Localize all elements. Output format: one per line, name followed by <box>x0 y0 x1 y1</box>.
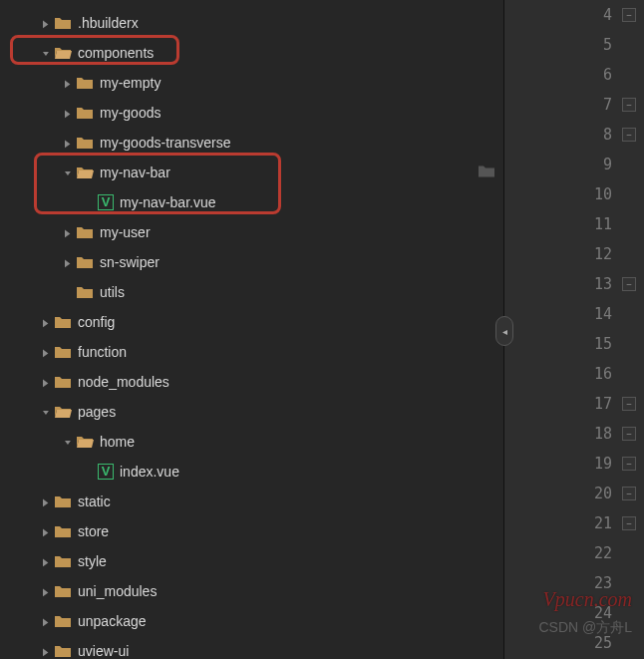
fold-spacer <box>622 217 636 231</box>
tree-item-label: my-nav-bar <box>100 165 170 180</box>
gutter-line[interactable]: 8− <box>504 120 644 150</box>
chevron-none <box>60 284 76 300</box>
tree-row[interactable]: ▶my-user <box>0 217 503 247</box>
fold-marker-icon[interactable]: − <box>622 397 636 411</box>
folder-open-icon <box>54 46 72 60</box>
gutter-line[interactable]: 22 <box>504 538 644 568</box>
gutter-line[interactable]: 14 <box>504 299 644 329</box>
panel-collapse-handle[interactable]: ◂ <box>495 316 513 346</box>
tree-item-label: node_modules <box>78 374 169 390</box>
fold-marker-icon[interactable]: − <box>622 128 636 142</box>
chevron-right-icon[interactable]: ▶ <box>40 523 51 539</box>
chevron-right-icon[interactable]: ▶ <box>40 643 51 659</box>
chevron-down-icon[interactable]: ▼ <box>60 436 76 447</box>
tree-row[interactable]: ▼components <box>0 38 503 68</box>
tree-row[interactable]: ▶config <box>0 307 503 337</box>
folder-icon <box>54 375 72 389</box>
tree-item-label: uni_modules <box>78 583 157 599</box>
chevron-down-icon[interactable]: ▼ <box>60 166 76 177</box>
chevron-none <box>82 194 98 210</box>
gutter-line[interactable]: 16 <box>504 359 644 389</box>
chevron-right-icon[interactable]: ▶ <box>40 583 51 599</box>
gutter-line[interactable]: 10 <box>504 179 644 209</box>
fold-marker-icon[interactable]: − <box>622 277 636 291</box>
chevron-none <box>82 464 98 480</box>
chevron-right-icon[interactable]: ▶ <box>62 254 73 270</box>
fold-marker-icon[interactable]: − <box>622 487 636 500</box>
gutter-line[interactable]: 7− <box>504 90 644 120</box>
gutter-line[interactable]: 11 <box>504 209 644 239</box>
tree-row[interactable]: ▶.hbuilderx <box>0 8 503 38</box>
tree-item-label: uview-ui <box>78 643 129 659</box>
chevron-right-icon[interactable]: ▶ <box>62 224 73 240</box>
folder-icon <box>54 644 72 658</box>
line-number: 9 <box>582 156 612 173</box>
file-tree-panel: ▶.hbuilderx▼components▶my-empty▶my-goods… <box>0 0 503 659</box>
folder-icon <box>54 494 72 508</box>
tree-item-label: my-goods <box>100 105 161 121</box>
fold-marker-icon[interactable]: − <box>622 516 636 530</box>
gutter-line[interactable]: 19− <box>504 449 644 479</box>
chevron-down-icon[interactable]: ▼ <box>38 406 54 417</box>
tree-row[interactable]: ▼pages <box>0 397 503 427</box>
chevron-right-icon[interactable]: ▶ <box>40 553 51 569</box>
gutter-line[interactable]: 4− <box>504 0 644 30</box>
folder-icon <box>76 255 94 269</box>
file-tree[interactable]: ▶.hbuilderx▼components▶my-empty▶my-goods… <box>0 0 503 659</box>
line-number: 13 <box>582 275 612 293</box>
gutter-line[interactable]: 9 <box>504 150 644 179</box>
chevron-right-icon[interactable]: ▶ <box>40 314 51 330</box>
chevron-right-icon[interactable]: ▶ <box>40 613 51 629</box>
fold-marker-icon[interactable]: − <box>622 8 636 22</box>
tree-row[interactable]: ▶function <box>0 337 503 367</box>
tree-row[interactable]: Vindex.vue <box>0 457 503 487</box>
gutter-line[interactable]: 5 <box>504 30 644 60</box>
tree-row[interactable]: ▶uview-ui <box>0 636 503 659</box>
gutter-line[interactable]: 12 <box>504 239 644 269</box>
tree-row[interactable]: ▶my-goods <box>0 98 503 128</box>
gutter-line[interactable]: 18− <box>504 419 644 449</box>
tree-row[interactable]: ▶unpackage <box>0 606 503 636</box>
chevron-right-icon[interactable]: ▶ <box>40 494 51 509</box>
chevron-right-icon[interactable]: ▶ <box>62 75 73 91</box>
tree-row[interactable]: ▶my-empty <box>0 68 503 98</box>
gutter-line[interactable]: 15 <box>504 329 644 359</box>
gutter-line[interactable]: 13− <box>504 269 644 299</box>
fold-spacer <box>622 546 636 560</box>
tree-row[interactable]: ▶style <box>0 546 503 576</box>
line-number: 22 <box>582 544 612 562</box>
fold-spacer <box>622 307 636 321</box>
fold-spacer <box>622 38 636 52</box>
chevron-right-icon[interactable]: ▶ <box>62 105 73 121</box>
fold-spacer <box>622 247 636 261</box>
tree-row[interactable]: ▶store <box>0 516 503 546</box>
tree-row[interactable]: ▶static <box>0 487 503 516</box>
vue-file-icon: V <box>98 194 114 210</box>
fold-marker-icon[interactable]: − <box>622 457 636 471</box>
tree-row[interactable]: utils <box>0 277 503 307</box>
tree-row[interactable]: ▶my-goods-transverse <box>0 128 503 158</box>
gutter-line[interactable]: 21− <box>504 508 644 538</box>
chevron-down-icon[interactable]: ▼ <box>38 47 54 58</box>
chevron-right-icon[interactable]: ▶ <box>40 15 51 31</box>
tree-row[interactable]: ▶sn-swiper <box>0 247 503 277</box>
tree-item-label: utils <box>100 284 125 300</box>
gutter-line[interactable]: 17− <box>504 389 644 419</box>
tree-row[interactable]: ▶uni_modules <box>0 576 503 606</box>
chevron-right-icon[interactable]: ▶ <box>40 374 51 390</box>
line-number: 5 <box>582 36 612 54</box>
tree-row[interactable]: ▶node_modules <box>0 367 503 397</box>
line-number: 8 <box>582 126 612 144</box>
tree-item-label: style <box>78 553 107 569</box>
tree-row[interactable]: ▼my-nav-bar <box>0 158 503 187</box>
tree-row[interactable]: ▼home <box>0 427 503 457</box>
gutter-line[interactable]: 6 <box>504 60 644 90</box>
chevron-right-icon[interactable]: ▶ <box>62 135 73 151</box>
fold-spacer <box>622 158 636 171</box>
tree-row[interactable]: Vmy-nav-bar.vue <box>0 187 503 217</box>
fold-marker-icon[interactable]: − <box>622 98 636 112</box>
fold-marker-icon[interactable]: − <box>622 427 636 441</box>
chevron-right-icon[interactable]: ▶ <box>40 344 51 360</box>
watermark-author: CSDN @方舟L <box>538 619 632 637</box>
gutter-line[interactable]: 20− <box>504 479 644 508</box>
